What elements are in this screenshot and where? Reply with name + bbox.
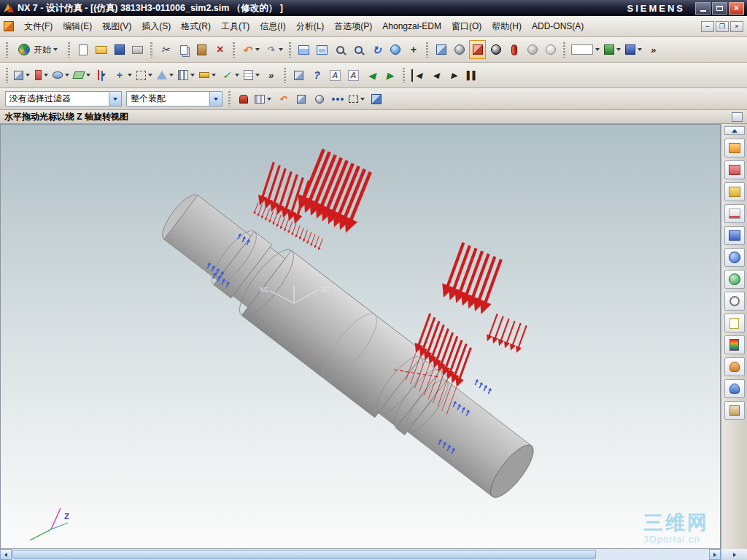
menu-item[interactable]: Ahongzai-EDM <box>377 18 446 34</box>
snap-icon[interactable] <box>135 66 154 85</box>
menu-item[interactable]: 文件(F) <box>19 18 58 36</box>
notes-icon[interactable] <box>724 314 745 332</box>
start-menu-button[interactable]: 开始 <box>13 42 63 58</box>
menu-item[interactable]: 工具(T) <box>216 18 255 36</box>
delete-icon[interactable]: × <box>212 40 228 59</box>
pan-view-icon[interactable]: + <box>405 40 422 59</box>
roles-icon[interactable] <box>724 379 745 398</box>
menu-item[interactable]: 信息(I) <box>255 18 290 36</box>
gray-sphere-icon[interactable] <box>524 40 541 59</box>
postprocess-icon[interactable] <box>724 335 745 354</box>
minimize-button[interactable] <box>695 2 711 15</box>
list-icon[interactable] <box>242 66 261 85</box>
overflow-icon[interactable]: » <box>263 66 279 85</box>
mdi-close-button[interactable]: × <box>730 21 743 32</box>
view-style-box[interactable] <box>570 40 601 59</box>
menu-item[interactable]: 插入(S) <box>136 18 176 36</box>
menu-item[interactable]: 窗口(O) <box>446 18 487 36</box>
selection-filter-combo[interactable]: 没有选择过滤器 <box>5 91 122 106</box>
mdi-restore-button[interactable]: ❐ <box>716 21 729 32</box>
repeat-command-icon[interactable]: ↷ <box>263 40 285 59</box>
studio-sphere-icon[interactable] <box>487 40 504 59</box>
pattern-icon[interactable] <box>177 66 196 85</box>
media-prev-icon[interactable]: ◀ <box>427 66 444 85</box>
contacts-icon[interactable] <box>724 357 745 376</box>
scroll-right-button[interactable] <box>709 549 721 560</box>
simulation-navigator-icon[interactable] <box>724 226 745 245</box>
scroll-thumb[interactable] <box>12 550 596 559</box>
refresh-icon[interactable]: ↻ <box>368 40 385 59</box>
rotate-view-icon[interactable] <box>387 40 403 59</box>
datum-plane-icon[interactable] <box>72 66 92 85</box>
menu-item[interactable]: 帮助(H) <box>487 18 527 36</box>
open-icon[interactable] <box>93 40 109 59</box>
combo-dropdown-button[interactable] <box>109 92 121 106</box>
part-navigator-icon[interactable] <box>724 182 745 201</box>
menu-item[interactable]: 分析(L) <box>291 18 330 36</box>
toolbar-grip[interactable] <box>6 68 8 83</box>
overflow-icon[interactable]: » <box>645 40 662 59</box>
move-icon[interactable]: + <box>112 66 133 85</box>
mdi-minimize-button[interactable]: – <box>701 21 714 32</box>
reuse-library-icon[interactable] <box>724 204 745 223</box>
horizontal-scrollbar[interactable] <box>0 549 747 560</box>
wire-mini-icon[interactable] <box>311 90 328 109</box>
touch-icon[interactable] <box>724 401 745 420</box>
viewport-canvas[interactable]: ZC XC Z <box>0 124 721 549</box>
snap-point-icon[interactable] <box>329 90 346 109</box>
back-icon[interactable]: ◀ <box>363 66 380 85</box>
dock-window-icon[interactable] <box>732 112 743 122</box>
graphics-window[interactable]: ZC XC Z 三维网 3Dportal.cn <box>0 124 721 549</box>
undo-small-icon[interactable]: ↶ <box>274 90 291 109</box>
spray-icon[interactable] <box>33 66 50 85</box>
light-sphere-icon[interactable] <box>542 40 559 59</box>
feature-cube-icon[interactable] <box>12 66 31 85</box>
combo-dropdown-button[interactable] <box>209 92 222 106</box>
constraint-navigator-icon[interactable] <box>724 160 745 179</box>
text-a-icon[interactable]: A <box>327 66 344 85</box>
materials-icon[interactable] <box>724 270 745 289</box>
analysis-cube-icon[interactable] <box>469 40 486 59</box>
fit-view-icon[interactable] <box>314 40 330 59</box>
print-icon[interactable] <box>129 40 146 59</box>
maximize-button[interactable] <box>712 2 727 15</box>
scroll-left-button[interactable] <box>0 549 12 560</box>
wireframe-sphere-icon[interactable] <box>451 40 468 59</box>
datum-axis-icon[interactable] <box>93 66 110 85</box>
cut-icon[interactable]: ✂ <box>157 40 174 59</box>
section-capsule-icon[interactable] <box>506 40 522 59</box>
toolbar-grip[interactable] <box>6 42 8 58</box>
assembly-scope-combo[interactable]: 整个装配 <box>126 91 222 106</box>
window-layout-icon[interactable] <box>295 40 312 59</box>
menu-item[interactable]: ADD-ONS(A) <box>527 18 589 34</box>
snap-magnet-icon[interactable] <box>235 90 252 109</box>
swept-icon[interactable] <box>51 66 71 85</box>
history-icon[interactable] <box>724 292 745 311</box>
help-icon[interactable]: ? <box>309 66 325 85</box>
toolbar-grip[interactable] <box>228 91 231 106</box>
media-pause-icon[interactable]: ▌▌ <box>464 66 481 85</box>
toolbar-grip[interactable] <box>68 42 70 58</box>
cube-blue-icon[interactable] <box>368 90 384 109</box>
zoom-box-icon[interactable] <box>350 40 367 59</box>
menu-item[interactable]: 首选项(P) <box>329 18 377 36</box>
measure-icon[interactable] <box>198 66 217 85</box>
menu-item[interactable]: 视图(V) <box>97 18 136 36</box>
media-first-icon[interactable]: ◀ <box>409 66 426 85</box>
menu-item[interactable]: 格式(R) <box>176 18 216 36</box>
save-icon[interactable] <box>111 40 128 59</box>
paste-icon[interactable] <box>193 40 210 59</box>
visualization-icon[interactable] <box>624 40 643 59</box>
render-style-icon[interactable] <box>603 40 622 59</box>
forward-icon[interactable]: ▶ <box>382 66 398 85</box>
shaded-cube-icon[interactable] <box>433 40 449 59</box>
mini-cube-icon[interactable] <box>290 66 307 85</box>
shaded-mini-icon[interactable] <box>293 90 309 109</box>
web-browser-icon[interactable] <box>724 248 745 267</box>
check-icon[interactable]: ✓ <box>219 66 241 85</box>
resource-bar-collapse-button[interactable] <box>724 126 745 135</box>
media-play-icon[interactable]: ▶ <box>446 66 462 85</box>
text-a2-icon[interactable]: A <box>345 66 362 85</box>
copy-icon[interactable] <box>175 40 192 59</box>
menu-item[interactable]: 编辑(E) <box>58 18 97 36</box>
